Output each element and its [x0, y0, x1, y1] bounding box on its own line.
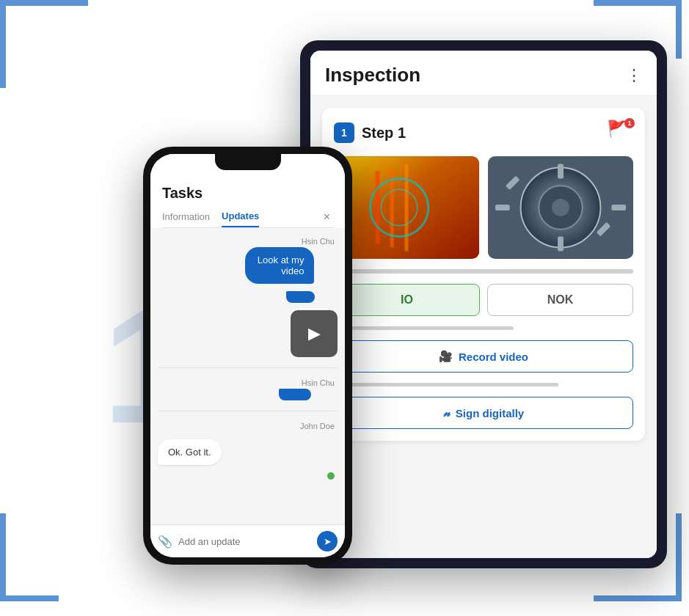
step-images-row — [334, 156, 633, 259]
svg-rect-12 — [558, 237, 564, 252]
step-number-badge: 1 — [334, 122, 354, 143]
signature-icon: 𝓃 — [443, 406, 450, 419]
phone-notch — [215, 154, 281, 170]
sign-digitally-button[interactable]: 𝓃 Sign digitally — [334, 397, 633, 429]
attach-icon[interactable]: 📎 — [158, 535, 172, 549]
send-icon: ➤ — [324, 536, 332, 547]
sign-digitally-label: Sign digitally — [456, 407, 524, 419]
step-progress-bar — [334, 269, 633, 274]
chat-send-button[interactable]: ➤ — [317, 531, 338, 551]
step-header: 1 Step 1 🚩 1 — [334, 120, 633, 146]
step-progress-bar-sm — [334, 326, 514, 330]
io-button[interactable]: IO — [334, 284, 480, 316]
svg-rect-14 — [611, 205, 626, 210]
chat-status-indicator — [327, 472, 335, 480]
chat-bubble-blue-sm-2 — [279, 389, 311, 400]
corner-decoration-bl — [0, 513, 59, 601]
phone-input-bar: 📎 ➤ — [150, 524, 345, 557]
nok-button[interactable]: NOK — [487, 284, 633, 316]
camera-icon: 🎥 — [439, 350, 453, 363]
chat-video-thumbnail[interactable]: ▶ — [291, 310, 338, 357]
step-progress-bar-md — [334, 383, 558, 386]
flag-badge[interactable]: 🚩 1 — [607, 120, 633, 146]
tablet-screen: Inspection ⋮ 1 Step 1 🚩 1 — [310, 51, 657, 558]
svg-rect-11 — [558, 164, 564, 179]
tablet-content: 1 Step 1 🚩 1 — [310, 96, 657, 558]
step-image-coil — [334, 156, 479, 259]
flag-icon: 🚩 — [607, 120, 627, 138]
record-video-label: Record video — [459, 351, 528, 363]
flag-count: 1 — [624, 118, 635, 128]
chat-bubble-blue-sm-1 — [286, 291, 315, 303]
svg-point-10 — [552, 199, 569, 216]
tablet-device: Inspection ⋮ 1 Step 1 🚩 1 — [300, 40, 667, 568]
chat-sender-hsin-chu-1: Hsin Chu — [245, 237, 338, 246]
chat-divider-1 — [158, 367, 338, 368]
record-video-button[interactable]: 🎥 Record video — [334, 340, 633, 373]
phone-tabs: Information Updates × — [162, 206, 333, 228]
phone-app-title: Tasks — [162, 185, 333, 202]
play-icon: ▶ — [308, 324, 321, 343]
tablet-header: Inspection ⋮ — [310, 51, 657, 96]
chat-sender-hsin-chu-2: Hsin Chu — [279, 378, 338, 387]
tab-close-button[interactable]: × — [321, 208, 333, 227]
phone-header: Tasks Information Updates × — [150, 179, 345, 228]
tablet-app-title: Inspection — [325, 64, 420, 87]
io-nok-row: IO NOK — [334, 284, 633, 316]
svg-rect-13 — [495, 205, 510, 210]
chat-bubble-look-at-video: Look at my video — [245, 247, 315, 284]
chat-sender-john-doe: John Doe — [300, 422, 338, 430]
chat-divider-2 — [158, 411, 338, 411]
phone-chat-area: Hsin Chu Look at my video ▶ Hsin Chu Joh… — [150, 228, 345, 524]
tablet-menu-button[interactable]: ⋮ — [626, 66, 642, 85]
tab-information[interactable]: Information — [162, 207, 210, 227]
tab-updates[interactable]: Updates — [222, 206, 259, 227]
corner-decoration-tl — [0, 0, 88, 88]
step-card: 1 Step 1 🚩 1 — [322, 108, 645, 441]
step-image-gear — [488, 156, 633, 259]
step-title: Step 1 — [362, 125, 406, 142]
phone-device: Tasks Information Updates × Hsin Chu Loo… — [143, 147, 352, 565]
chat-bubble-ok-got-it: Ok. Got it. — [158, 439, 222, 465]
chat-input-field[interactable] — [178, 536, 311, 547]
phone-screen: Tasks Information Updates × Hsin Chu Loo… — [150, 154, 345, 557]
